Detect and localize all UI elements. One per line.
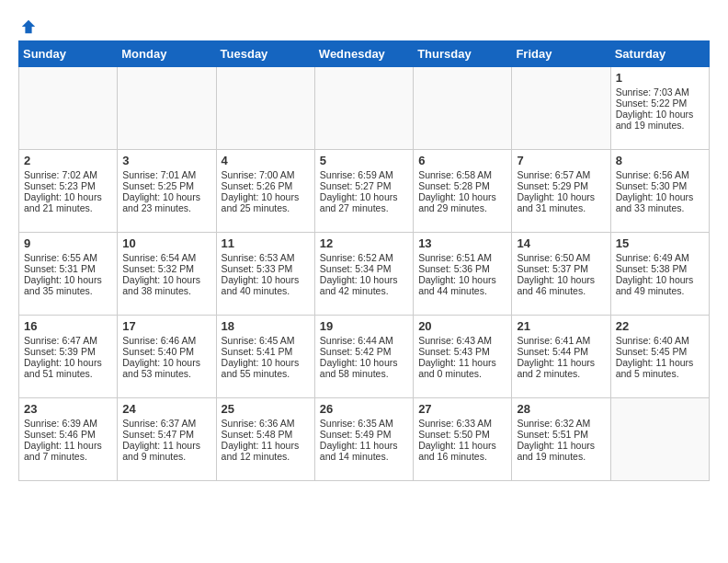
day-number: 16 (24, 319, 112, 333)
calendar-cell (314, 67, 413, 150)
day-number: 14 (517, 236, 605, 250)
day-info: Sunset: 5:42 PM (320, 346, 408, 357)
calendar-cell: 1Sunrise: 7:03 AMSunset: 5:22 PMDaylight… (610, 67, 709, 150)
svg-marker-0 (22, 20, 35, 33)
day-info: Sunrise: 6:46 AM (122, 335, 210, 346)
day-info: Sunset: 5:27 PM (320, 180, 408, 191)
day-info: Daylight: 10 hours and 29 minutes. (418, 191, 506, 213)
day-info: Sunrise: 6:32 AM (517, 418, 605, 429)
day-info: Daylight: 10 hours and 19 minutes. (616, 109, 704, 131)
calendar-cell: 27Sunrise: 6:33 AMSunset: 5:50 PMDayligh… (414, 398, 512, 481)
calendar-cell: 14Sunrise: 6:50 AMSunset: 5:37 PMDayligh… (512, 233, 610, 316)
day-info: Sunrise: 6:47 AM (24, 335, 112, 346)
day-info: Sunrise: 6:41 AM (517, 335, 605, 346)
day-info: Sunset: 5:49 PM (320, 429, 408, 440)
day-number: 11 (222, 236, 310, 250)
day-of-week-thursday: Thursday (414, 41, 512, 67)
day-info: Daylight: 10 hours and 33 minutes. (616, 191, 704, 213)
day-info: Daylight: 10 hours and 31 minutes. (517, 191, 605, 213)
day-of-week-sunday: Sunday (19, 41, 118, 67)
calendar-cell: 21Sunrise: 6:41 AMSunset: 5:44 PMDayligh… (512, 316, 610, 398)
calendar-cell: 9Sunrise: 6:55 AMSunset: 5:31 PMDaylight… (19, 233, 118, 316)
day-number: 2 (24, 154, 112, 167)
day-number: 18 (222, 319, 310, 333)
day-info: Daylight: 10 hours and 51 minutes. (24, 357, 112, 379)
day-info: Sunrise: 6:52 AM (320, 252, 408, 263)
day-number: 9 (24, 236, 112, 250)
calendar-cell: 7Sunrise: 6:57 AMSunset: 5:29 PMDaylight… (512, 150, 610, 233)
calendar-cell: 12Sunrise: 6:52 AMSunset: 5:34 PMDayligh… (314, 233, 413, 316)
week-row-1: 1Sunrise: 7:03 AMSunset: 5:22 PMDaylight… (19, 67, 710, 150)
day-info: Sunset: 5:47 PM (122, 429, 210, 440)
week-row-3: 9Sunrise: 6:55 AMSunset: 5:31 PMDaylight… (19, 233, 710, 316)
calendar-cell (512, 67, 610, 150)
calendar-cell: 26Sunrise: 6:35 AMSunset: 5:49 PMDayligh… (314, 398, 413, 481)
day-info: Sunset: 5:31 PM (24, 263, 112, 274)
week-row-4: 16Sunrise: 6:47 AMSunset: 5:39 PMDayligh… (19, 316, 710, 398)
calendar-cell: 4Sunrise: 7:00 AMSunset: 5:26 PMDaylight… (216, 150, 314, 233)
day-info: Sunset: 5:46 PM (24, 429, 112, 440)
day-info: Sunset: 5:23 PM (24, 180, 112, 191)
day-info: Sunrise: 6:33 AM (418, 418, 506, 429)
day-info: Daylight: 10 hours and 40 minutes. (222, 274, 310, 296)
day-info: Sunrise: 7:00 AM (222, 169, 310, 180)
day-info: Daylight: 10 hours and 44 minutes. (418, 274, 506, 296)
calendar-cell: 17Sunrise: 6:46 AMSunset: 5:40 PMDayligh… (118, 316, 216, 398)
day-info: Daylight: 10 hours and 58 minutes. (320, 357, 408, 379)
calendar-cell: 22Sunrise: 6:40 AMSunset: 5:45 PMDayligh… (610, 316, 709, 398)
day-info: Sunset: 5:38 PM (616, 263, 704, 274)
calendar-cell: 19Sunrise: 6:44 AMSunset: 5:42 PMDayligh… (314, 316, 413, 398)
calendar-table: SundayMondayTuesdayWednesdayThursdayFrid… (18, 40, 710, 481)
day-info: Daylight: 11 hours and 7 minutes. (24, 440, 112, 462)
day-info: Daylight: 10 hours and 49 minutes. (616, 274, 704, 296)
day-info: Sunrise: 6:56 AM (616, 169, 704, 180)
day-info: Sunrise: 6:57 AM (517, 169, 605, 180)
day-info: Sunset: 5:44 PM (517, 346, 605, 357)
day-info: Daylight: 10 hours and 21 minutes. (24, 191, 112, 213)
day-info: Sunrise: 6:55 AM (24, 252, 112, 263)
day-number: 25 (222, 402, 310, 416)
calendar-cell: 15Sunrise: 6:49 AMSunset: 5:38 PMDayligh… (610, 233, 709, 316)
day-info: Daylight: 11 hours and 16 minutes. (418, 440, 506, 462)
day-info: Sunset: 5:50 PM (418, 429, 506, 440)
day-info: Sunrise: 6:49 AM (616, 252, 704, 263)
week-row-5: 23Sunrise: 6:39 AMSunset: 5:46 PMDayligh… (19, 398, 710, 481)
day-info: Daylight: 10 hours and 38 minutes. (122, 274, 210, 296)
day-info: Sunrise: 6:51 AM (418, 252, 506, 263)
day-number: 8 (616, 154, 704, 167)
day-number: 4 (222, 154, 310, 167)
day-info: Sunset: 5:22 PM (616, 98, 704, 109)
day-info: Daylight: 10 hours and 23 minutes. (122, 191, 210, 213)
day-info: Sunset: 5:48 PM (222, 429, 310, 440)
day-info: Daylight: 10 hours and 42 minutes. (320, 274, 408, 296)
day-info: Sunrise: 6:39 AM (24, 418, 112, 429)
day-info: Sunrise: 6:36 AM (222, 418, 310, 429)
calendar-cell: 25Sunrise: 6:36 AMSunset: 5:48 PMDayligh… (216, 398, 314, 481)
calendar-cell (610, 398, 709, 481)
week-row-2: 2Sunrise: 7:02 AMSunset: 5:23 PMDaylight… (19, 150, 710, 233)
calendar-cell: 11Sunrise: 6:53 AMSunset: 5:33 PMDayligh… (216, 233, 314, 316)
calendar-cell: 24Sunrise: 6:37 AMSunset: 5:47 PMDayligh… (118, 398, 216, 481)
day-of-week-monday: Monday (118, 41, 216, 67)
day-info: Daylight: 11 hours and 0 minutes. (418, 357, 506, 379)
day-info: Sunrise: 6:43 AM (418, 335, 506, 346)
day-number: 3 (122, 154, 210, 167)
day-info: Sunrise: 6:50 AM (517, 252, 605, 263)
day-info: Sunrise: 6:45 AM (222, 335, 310, 346)
calendar-cell: 28Sunrise: 6:32 AMSunset: 5:51 PMDayligh… (512, 398, 610, 481)
logo (18, 18, 37, 31)
day-info: Daylight: 11 hours and 2 minutes. (517, 357, 605, 379)
day-number: 15 (616, 236, 704, 250)
logo-icon (20, 18, 37, 35)
day-number: 13 (418, 236, 506, 250)
day-number: 23 (24, 402, 112, 416)
day-number: 6 (418, 154, 506, 167)
day-number: 12 (320, 236, 408, 250)
day-info: Sunset: 5:40 PM (122, 346, 210, 357)
calendar-cell: 13Sunrise: 6:51 AMSunset: 5:36 PMDayligh… (414, 233, 512, 316)
calendar-cell (118, 67, 216, 150)
day-info: Daylight: 10 hours and 53 minutes. (122, 357, 210, 379)
day-number: 19 (320, 319, 408, 333)
day-number: 28 (517, 402, 605, 416)
day-info: Sunset: 5:41 PM (222, 346, 310, 357)
